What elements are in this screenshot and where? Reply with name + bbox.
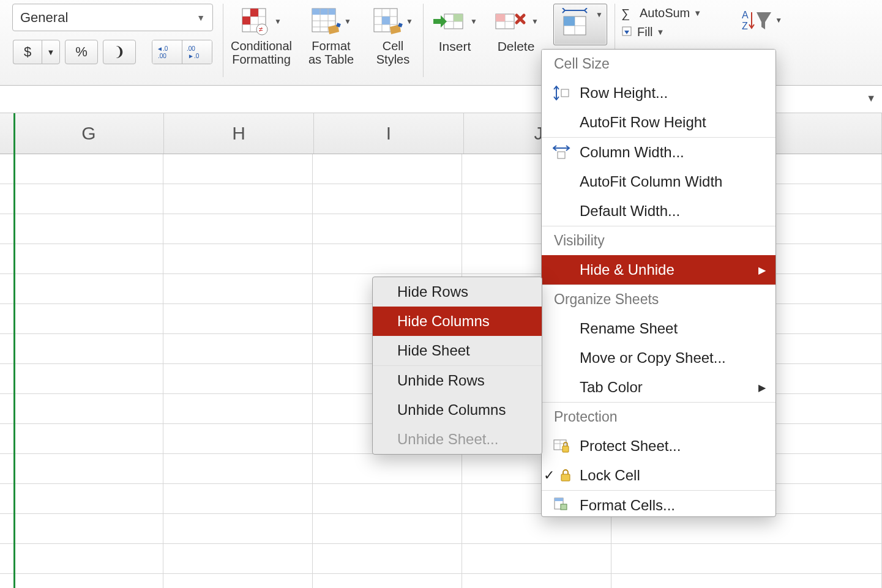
- cell[interactable]: [14, 214, 163, 244]
- cell[interactable]: [163, 454, 313, 484]
- menu-unhide-rows[interactable]: Unhide Rows: [373, 366, 542, 395]
- cell[interactable]: [611, 574, 882, 588]
- cell[interactable]: [611, 544, 882, 574]
- percent-button[interactable]: %: [65, 40, 98, 64]
- cell[interactable]: [163, 214, 313, 244]
- cell[interactable]: [14, 454, 163, 484]
- decrease-decimal-button[interactable]: .00►.0: [182, 40, 212, 64]
- cell[interactable]: [0, 304, 14, 334]
- cell[interactable]: [313, 154, 462, 184]
- number-format-select[interactable]: General ▼: [12, 4, 213, 31]
- cell[interactable]: [163, 154, 313, 184]
- cell[interactable]: [14, 484, 163, 514]
- fill-button[interactable]: Fill ▼: [620, 25, 701, 39]
- menu-row-height[interactable]: Row Height...: [542, 78, 775, 108]
- cell[interactable]: [163, 574, 313, 588]
- cell[interactable]: [14, 394, 163, 424]
- format-cells-button[interactable]: ▼: [551, 4, 610, 54]
- cell[interactable]: [0, 184, 14, 214]
- cell[interactable]: [14, 244, 163, 274]
- cell[interactable]: [163, 184, 313, 214]
- chevron-down-icon[interactable]: ▼: [866, 93, 876, 104]
- menu-unhide-columns[interactable]: Unhide Columns: [373, 395, 542, 425]
- cell[interactable]: [14, 364, 163, 394]
- cell[interactable]: [313, 214, 462, 244]
- cell[interactable]: [14, 154, 163, 184]
- cell[interactable]: [14, 334, 163, 364]
- cell[interactable]: [611, 514, 882, 544]
- cell[interactable]: [462, 574, 611, 588]
- cell[interactable]: [163, 364, 313, 394]
- cell[interactable]: [14, 304, 163, 334]
- cell[interactable]: [313, 544, 462, 574]
- format-as-table-button[interactable]: ▼ Formatas Table: [298, 4, 364, 66]
- cell[interactable]: [14, 544, 163, 574]
- col-header[interactable]: I: [314, 113, 464, 154]
- cell[interactable]: [0, 574, 14, 588]
- cell-styles-button[interactable]: ▼ CellStyles: [368, 4, 418, 66]
- menu-default-width[interactable]: Default Width...: [542, 196, 775, 226]
- cell[interactable]: [163, 394, 313, 424]
- menu-autofit-row[interactable]: AutoFit Row Height: [542, 108, 775, 137]
- menu-column-width[interactable]: Column Width...: [542, 138, 775, 167]
- cell[interactable]: [163, 484, 313, 514]
- cell[interactable]: [0, 244, 14, 274]
- currency-dropdown[interactable]: ▼: [42, 40, 60, 64]
- cell[interactable]: [313, 454, 462, 484]
- cell[interactable]: [462, 544, 611, 574]
- menu-hide-rows[interactable]: Hide Rows: [373, 277, 542, 307]
- col-header[interactable]: G: [14, 113, 164, 154]
- cell[interactable]: [0, 544, 14, 574]
- cell[interactable]: [0, 364, 14, 394]
- cell[interactable]: [14, 184, 163, 214]
- delete-cells-button[interactable]: ▼ Delete: [490, 4, 542, 54]
- menu-protect-sheet[interactable]: Protect Sheet...: [542, 431, 775, 461]
- cell[interactable]: [0, 274, 14, 304]
- increase-decimal-button[interactable]: ◄.0.00: [152, 40, 182, 64]
- cell[interactable]: [0, 334, 14, 364]
- cell[interactable]: [0, 484, 14, 514]
- cell[interactable]: [313, 514, 462, 544]
- menu-hide-sheet[interactable]: Hide Sheet: [373, 336, 542, 365]
- menu-rename-sheet[interactable]: Rename Sheet: [542, 314, 775, 343]
- cell[interactable]: [0, 514, 14, 544]
- cell[interactable]: [0, 454, 14, 484]
- cell[interactable]: [462, 514, 611, 544]
- insert-cells-button[interactable]: ▼ Insert: [428, 4, 481, 54]
- autosum-button[interactable]: ∑ AutoSum ▼: [620, 6, 701, 20]
- comma-button[interactable]: ❩: [103, 40, 136, 64]
- menu-tab-color[interactable]: Tab Color: [542, 373, 775, 402]
- sort-filter-button[interactable]: A Z ▼: [738, 7, 786, 33]
- menu-autofit-column[interactable]: AutoFit Column Width: [542, 167, 775, 196]
- currency-button[interactable]: $: [13, 40, 42, 64]
- cell[interactable]: [0, 424, 14, 454]
- menu-format-cells[interactable]: Format Cells...: [542, 491, 775, 516]
- cell[interactable]: [313, 484, 462, 514]
- menu-move-copy-sheet[interactable]: Move or Copy Sheet...: [542, 343, 775, 373]
- menu-lock-cell[interactable]: ✓ Lock Cell: [542, 461, 775, 490]
- menu-hide-columns[interactable]: Hide Columns: [373, 307, 542, 336]
- cell[interactable]: [0, 394, 14, 424]
- cell[interactable]: [0, 214, 14, 244]
- cell[interactable]: [163, 304, 313, 334]
- svg-rect-9: [250, 9, 258, 17]
- cell[interactable]: [163, 514, 313, 544]
- cell[interactable]: [163, 334, 313, 364]
- cell[interactable]: [163, 424, 313, 454]
- menu-unhide-sheet[interactable]: Unhide Sheet...: [373, 425, 542, 454]
- cell[interactable]: [0, 154, 14, 184]
- editing-group: ∑ AutoSum ▼ Fill ▼: [620, 6, 701, 39]
- col-header[interactable]: H: [164, 113, 314, 154]
- cell[interactable]: [163, 544, 313, 574]
- cell[interactable]: [313, 184, 462, 214]
- cell[interactable]: [313, 574, 462, 588]
- cell[interactable]: [313, 244, 462, 274]
- cell[interactable]: [163, 244, 313, 274]
- cell[interactable]: [14, 514, 163, 544]
- conditional-formatting-button[interactable]: ≠ ▼ ConditionalFormatting: [228, 4, 294, 66]
- cell[interactable]: [14, 274, 163, 304]
- menu-hide-unhide[interactable]: Hide & Unhide: [542, 255, 775, 285]
- cell[interactable]: [14, 424, 163, 454]
- cell[interactable]: [163, 274, 313, 304]
- cell[interactable]: [14, 574, 163, 588]
